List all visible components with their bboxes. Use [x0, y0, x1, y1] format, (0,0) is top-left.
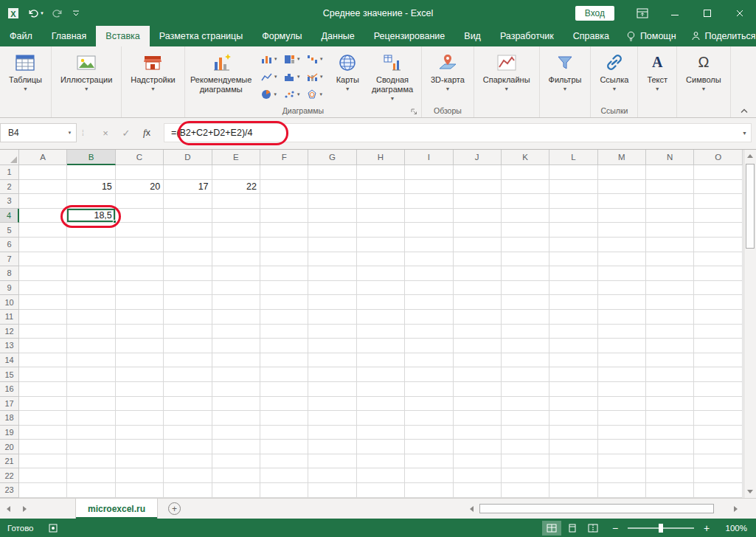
cell-C11[interactable]	[116, 310, 164, 325]
scroll-right-icon[interactable]	[729, 502, 742, 515]
sign-in-button[interactable]: Вход	[575, 6, 614, 21]
tell-me-item[interactable]: Помощн	[619, 31, 684, 42]
row-header-18[interactable]: 18	[0, 411, 19, 426]
cell-M9[interactable]	[598, 281, 646, 296]
cell-K3[interactable]	[502, 194, 549, 209]
cell-C13[interactable]	[116, 339, 164, 353]
cell-C9[interactable]	[116, 281, 164, 296]
cell-H20[interactable]	[357, 440, 405, 454]
tab-formulas[interactable]: Формулы	[252, 26, 311, 46]
cell-N11[interactable]	[646, 310, 694, 325]
cell-B5[interactable]	[67, 223, 115, 238]
text-button[interactable]: A Текст ▼	[640, 47, 674, 116]
row-header-16[interactable]: 16	[0, 382, 19, 397]
tab-help[interactable]: Справка	[563, 26, 619, 46]
cell-N16[interactable]	[646, 382, 694, 397]
cell-G19[interactable]	[308, 426, 356, 440]
cell-H14[interactable]	[357, 353, 405, 368]
sheet-nav-left-icon[interactable]	[0, 499, 16, 519]
cell-L9[interactable]	[549, 281, 597, 296]
tab-developer[interactable]: Разработчик	[490, 26, 563, 46]
cell-M16[interactable]	[598, 382, 646, 397]
tab-page-layout[interactable]: Разметка страницы	[150, 26, 252, 46]
cell-H2[interactable]	[357, 180, 405, 195]
cell-D5[interactable]	[164, 223, 212, 238]
insert-function-icon[interactable]: fx	[137, 127, 156, 139]
name-box-dropdown-icon[interactable]: ▼	[63, 131, 76, 135]
add-sheet-button[interactable]: +	[168, 502, 181, 515]
cell-I10[interactable]	[405, 295, 453, 310]
zoom-slider-thumb[interactable]	[659, 524, 663, 533]
cell-C4[interactable]	[116, 209, 164, 224]
cell-N5[interactable]	[646, 223, 694, 238]
cell-D16[interactable]	[164, 382, 212, 397]
column-header-M[interactable]: M	[598, 150, 646, 165]
row-header-10[interactable]: 10	[0, 295, 19, 310]
cell-D2[interactable]: 17	[164, 180, 212, 195]
row-header-8[interactable]: 8	[0, 266, 19, 281]
cell-C5[interactable]	[116, 223, 164, 238]
cell-L2[interactable]	[549, 180, 597, 195]
cell-B11[interactable]	[67, 310, 115, 325]
cell-E2[interactable]: 22	[212, 180, 260, 195]
row-header-21[interactable]: 21	[0, 454, 19, 469]
cell-N9[interactable]	[646, 281, 694, 296]
cell-L20[interactable]	[549, 440, 597, 454]
cell-B15[interactable]	[67, 367, 115, 382]
cell-E23[interactable]	[212, 483, 260, 498]
cell-K18[interactable]	[502, 411, 549, 426]
cell-D11[interactable]	[164, 310, 212, 325]
cell-H6[interactable]	[357, 238, 405, 252]
map-3d-button[interactable]: 3D-карта ▼	[424, 47, 471, 104]
cell-J11[interactable]	[454, 310, 502, 325]
cell-J10[interactable]	[454, 295, 502, 310]
cell-D19[interactable]	[164, 426, 212, 440]
cell-N22[interactable]	[646, 468, 694, 483]
cell-G20[interactable]	[308, 440, 356, 454]
fill-handle[interactable]	[113, 220, 117, 224]
cell-N14[interactable]	[646, 353, 694, 368]
cancel-icon[interactable]: ×	[96, 128, 115, 139]
column-header-I[interactable]: I	[405, 150, 453, 165]
cell-L21[interactable]	[549, 454, 597, 469]
cell-J20[interactable]	[454, 440, 502, 454]
cell-J9[interactable]	[454, 281, 502, 296]
insert-pie-chart-button[interactable]: ▼	[258, 86, 281, 103]
macro-record-icon[interactable]	[49, 524, 58, 533]
column-header-G[interactable]: G	[308, 150, 356, 165]
cell-J12[interactable]	[454, 325, 502, 339]
column-header-B[interactable]: B	[67, 150, 115, 165]
cell-N1[interactable]	[646, 165, 694, 180]
cell-C1[interactable]	[116, 165, 164, 180]
zoom-in-button[interactable]: +	[701, 522, 712, 534]
cell-F5[interactable]	[260, 223, 308, 238]
insert-statistic-chart-button[interactable]: ▼	[281, 68, 304, 86]
cell-K12[interactable]	[502, 325, 549, 339]
cell-D4[interactable]	[164, 209, 212, 224]
cell-B17[interactable]	[67, 397, 115, 412]
cell-O10[interactable]	[694, 295, 742, 310]
cell-B14[interactable]	[67, 353, 115, 368]
cell-A23[interactable]	[19, 483, 67, 498]
cell-A10[interactable]	[19, 295, 67, 310]
cell-C6[interactable]	[116, 238, 164, 252]
cell-E6[interactable]	[212, 238, 260, 252]
cell-O17[interactable]	[694, 397, 742, 412]
cell-J6[interactable]	[454, 238, 502, 252]
cell-L18[interactable]	[549, 411, 597, 426]
cell-H1[interactable]	[357, 165, 405, 180]
cell-L16[interactable]	[549, 382, 597, 397]
cell-J5[interactable]	[454, 223, 502, 238]
cell-I21[interactable]	[405, 454, 453, 469]
cell-G15[interactable]	[308, 367, 356, 382]
insert-radar-chart-button[interactable]: ▼	[304, 86, 327, 103]
cell-K4[interactable]	[502, 209, 549, 224]
zoom-out-button[interactable]: −	[609, 522, 621, 534]
cell-K19[interactable]	[502, 426, 549, 440]
cell-B7[interactable]	[67, 252, 115, 267]
cell-F20[interactable]	[260, 440, 308, 454]
cell-A9[interactable]	[19, 281, 67, 296]
cell-E15[interactable]	[212, 367, 260, 382]
insert-scatter-chart-button[interactable]: ▼	[281, 86, 304, 103]
tables-button[interactable]: Таблицы ▼	[2, 47, 49, 116]
